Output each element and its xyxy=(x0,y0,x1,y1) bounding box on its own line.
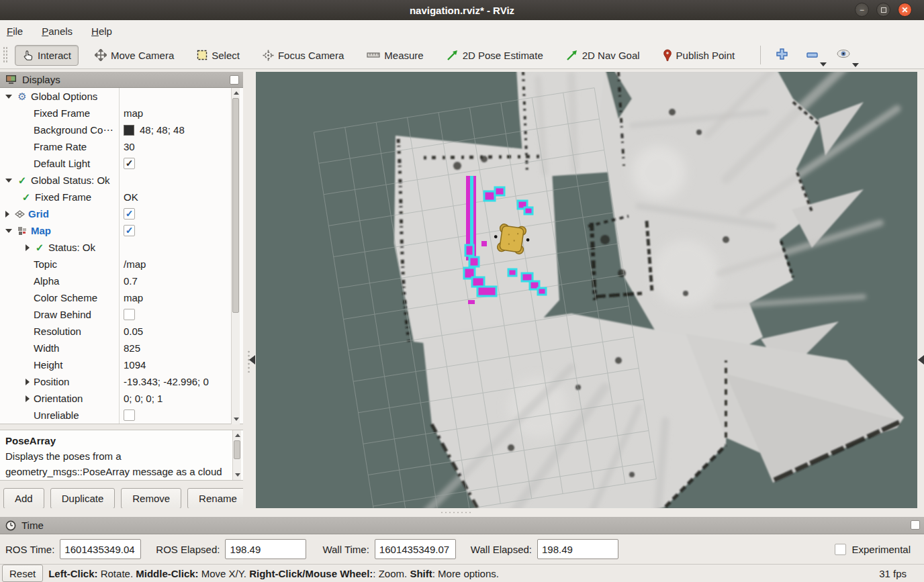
time-panel-header[interactable]: Time xyxy=(0,517,924,534)
expand-arrow-icon[interactable] xyxy=(26,395,30,402)
clock-icon xyxy=(5,520,16,531)
ros-elapsed-field: ROS Elapsed: xyxy=(150,539,306,559)
monitor-icon xyxy=(5,75,17,85)
expand-arrow-icon[interactable] xyxy=(26,244,30,251)
tree-row-draw-behind[interactable]: Draw Behind xyxy=(0,306,243,323)
interact-tool-button[interactable]: Interact xyxy=(15,45,79,66)
tree-row-fixed-frame-status[interactable]: ✓Fixed Frame OK xyxy=(0,189,243,205)
close-button[interactable]: ✕ xyxy=(898,3,912,17)
tree-row-background-color[interactable]: Background Co⋯ 48; 48; 48 xyxy=(0,122,243,138)
description-scrollbar[interactable] xyxy=(232,430,241,480)
tree-row-height[interactable]: Height 1094 xyxy=(0,356,243,373)
publish-point-tool-button[interactable]: Publish Point xyxy=(656,45,742,66)
tree-row-position[interactable]: Position -19.343; -42.996; 0 xyxy=(0,373,243,390)
scroll-up-icon[interactable] xyxy=(233,431,242,440)
ros-elapsed-input[interactable] xyxy=(225,539,306,559)
expand-arrow-icon[interactable] xyxy=(26,379,30,385)
expand-arrow-icon[interactable] xyxy=(5,229,12,233)
scrollbar-handle[interactable] xyxy=(234,440,240,459)
row-value[interactable]: /map xyxy=(124,256,146,273)
tree-row-resolution[interactable]: Resolution 0.05 xyxy=(0,323,243,340)
tree-row-global-options[interactable]: ⚙Global Options xyxy=(0,88,243,105)
add-tool-button[interactable] xyxy=(770,45,794,66)
occupancy-map xyxy=(394,72,904,508)
select-tool-button[interactable]: Select xyxy=(190,46,246,65)
tree-row-map[interactable]: Map ✓ xyxy=(0,222,243,239)
tree-row-frame-rate[interactable]: Frame Rate 30 xyxy=(0,138,243,155)
collapse-left-icon[interactable] xyxy=(249,355,255,365)
title-bar[interactable]: navigation.rviz* - RViz − ✕ xyxy=(0,0,924,20)
pose-estimate-tool-button[interactable]: 2D Pose Estimate xyxy=(440,45,550,65)
move-camera-tool-button[interactable]: Move Camera xyxy=(88,45,181,65)
toolbar-drag-handle[interactable] xyxy=(3,46,8,64)
tree-row-map-status[interactable]: ✓Status: Ok xyxy=(0,239,243,256)
splitter-dots xyxy=(440,511,471,514)
checkbox-unchecked[interactable] xyxy=(124,409,135,421)
tree-row-color-scheme[interactable]: Color Scheme map xyxy=(0,289,243,306)
expand-arrow-icon[interactable] xyxy=(5,95,12,99)
3d-viewport[interactable] xyxy=(256,72,917,508)
ros-time-input[interactable] xyxy=(60,539,141,559)
expand-arrow-icon[interactable] xyxy=(5,211,9,217)
menu-help[interactable]: Help xyxy=(91,26,112,37)
menu-panels[interactable]: Panels xyxy=(42,26,73,37)
wall-time-input[interactable] xyxy=(375,539,456,559)
wall-elapsed-input[interactable] xyxy=(537,539,618,559)
checkbox-checked[interactable]: ✓ xyxy=(124,158,135,169)
scroll-down-icon[interactable] xyxy=(232,415,240,424)
expand-arrow-icon[interactable] xyxy=(5,179,12,183)
reset-button[interactable]: Reset xyxy=(2,565,43,582)
experimental-checkbox[interactable] xyxy=(835,544,846,555)
duplicate-button[interactable]: Duplicate xyxy=(50,488,116,509)
row-label: Position xyxy=(34,373,69,390)
displays-tree[interactable]: ⚙Global Options Fixed Frame map Backgrou… xyxy=(0,88,243,424)
row-label: Background Co⋯ xyxy=(34,122,113,138)
tree-row-global-status[interactable]: ✓Global Status: Ok xyxy=(0,172,243,189)
row-value[interactable]: map xyxy=(124,105,143,122)
add-button[interactable]: Add xyxy=(3,488,44,509)
tree-row-unreliable[interactable]: Unreliable xyxy=(0,407,243,424)
minimize-button[interactable]: − xyxy=(855,3,869,17)
tree-row-grid[interactable]: Grid ✓ xyxy=(0,205,243,222)
checkbox-unchecked[interactable] xyxy=(124,309,135,320)
right-panel-splitter[interactable] xyxy=(917,69,924,514)
nav-goal-tool-button[interactable]: 2D Nav Goal xyxy=(559,45,647,65)
row-value[interactable]: 48; 48; 48 xyxy=(140,122,185,138)
rename-button[interactable]: Rename xyxy=(187,488,248,509)
row-value[interactable]: map xyxy=(124,289,143,306)
scroll-down-icon[interactable] xyxy=(233,471,242,479)
remove-button[interactable]: Remove xyxy=(121,488,181,509)
description-title: PoseArray xyxy=(5,433,232,448)
measure-tool-button[interactable]: Measure xyxy=(360,46,430,65)
wall-elapsed-field: Wall Elapsed: xyxy=(465,539,618,559)
tree-row-alpha[interactable]: Alpha 0.7 xyxy=(0,273,243,289)
focus-camera-tool-button[interactable]: Focus Camera xyxy=(256,46,351,65)
tree-row-width[interactable]: Width 825 xyxy=(0,340,243,356)
collapse-left-icon[interactable] xyxy=(918,355,924,365)
scroll-up-icon[interactable] xyxy=(232,89,240,97)
remove-tool-button[interactable] xyxy=(800,46,824,64)
checkbox-checked[interactable]: ✓ xyxy=(124,225,135,236)
chevron-down-icon xyxy=(820,62,827,66)
tree-row-orientation[interactable]: Orientation 0; 0; 0; 1 xyxy=(0,390,243,407)
menu-file[interactable]: File xyxy=(7,26,23,37)
tree-scrollbar[interactable] xyxy=(231,88,240,424)
maximize-button[interactable] xyxy=(876,3,890,17)
time-splitter[interactable] xyxy=(0,508,924,517)
tree-row-topic[interactable]: Topic /map xyxy=(0,256,243,273)
color-swatch[interactable] xyxy=(124,125,134,136)
display-description: PoseArray Displays the poses from a geom… xyxy=(0,430,243,481)
tree-row-fixed-frame[interactable]: Fixed Frame map xyxy=(0,105,243,122)
scrollbar-handle[interactable] xyxy=(232,98,239,313)
panel-splitter[interactable] xyxy=(243,69,256,514)
checkbox-checked[interactable]: ✓ xyxy=(124,208,135,220)
panel-float-button[interactable] xyxy=(230,75,239,85)
window-title: navigation.rviz* - RViz xyxy=(410,5,514,16)
row-value[interactable]: 30 xyxy=(124,138,135,155)
displays-panel-header[interactable]: Displays xyxy=(0,72,243,88)
tool-options-button[interactable] xyxy=(831,46,856,64)
tree-row-default-light[interactable]: Default Light ✓ xyxy=(0,155,243,172)
panel-float-button[interactable] xyxy=(911,520,920,530)
minus-icon xyxy=(806,52,819,58)
row-value[interactable]: 0.7 xyxy=(124,273,138,289)
